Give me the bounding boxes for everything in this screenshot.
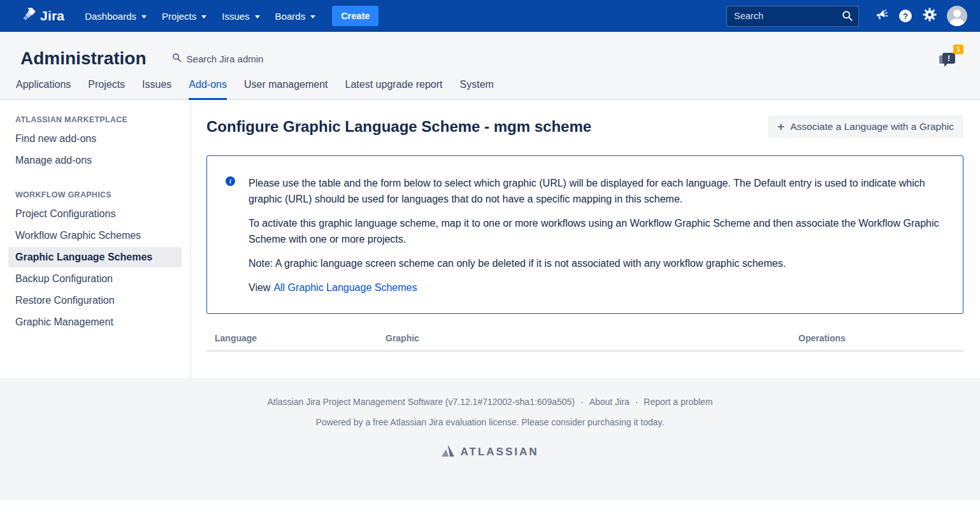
chevron-down-icon: [141, 15, 147, 18]
tab-applications[interactable]: Applications: [16, 79, 71, 99]
sidebar-item-manage-add-ons[interactable]: Manage add-ons: [15, 150, 191, 171]
title-row: Configure Graphic Language Scheme - mgm …: [206, 115, 963, 138]
column-graphic: Graphic: [377, 333, 790, 343]
nav-projects[interactable]: Projects: [154, 0, 214, 32]
footer-separator: ·: [580, 397, 584, 407]
chevron-down-icon: [201, 15, 206, 18]
tab-issues[interactable]: Issues: [142, 79, 171, 99]
scheme-table-header: Language Graphic Operations: [206, 325, 963, 352]
search-icon: [172, 53, 182, 64]
info-paragraph-2: To activate this graphic language scheme…: [249, 216, 945, 248]
sidebar-section-marketplace: ATLASSIAN MARKETPLACE: [15, 115, 191, 124]
admin-search[interactable]: Search Jira admin: [172, 53, 264, 64]
jira-logo-icon: [19, 6, 36, 25]
help-button[interactable]: ?: [893, 0, 918, 32]
nav-issues-label: Issues: [222, 11, 249, 22]
main-panel: Configure Graphic Language Scheme - mgm …: [191, 100, 980, 378]
admin-sidebar: ATLASSIAN MARKETPLACE Find new add-ons M…: [0, 100, 191, 378]
plus-icon: +: [777, 122, 784, 131]
sidebar-item-workflow-graphic-schemes[interactable]: Workflow Graphic Schemes: [15, 225, 191, 246]
column-language: Language: [206, 333, 377, 343]
exclamation-glyph: !: [948, 54, 950, 63]
sidebar-item-find-new-add-ons[interactable]: Find new add-ons: [15, 128, 191, 150]
tab-system[interactable]: System: [460, 79, 494, 99]
page-title: Administration: [20, 48, 147, 69]
content-area: ATLASSIAN MARKETPLACE Find new add-ons M…: [0, 100, 980, 378]
report-problem-link[interactable]: Report a problem: [644, 397, 712, 407]
info-icon: i: [226, 176, 235, 186]
tab-user-management[interactable]: User management: [244, 79, 328, 99]
create-button[interactable]: Create: [332, 6, 378, 26]
sidebar-item-graphic-management[interactable]: Graphic Management: [15, 311, 191, 333]
atlassian-logo-icon: [441, 444, 455, 459]
search-input[interactable]: [726, 6, 859, 27]
top-navbar: Jira Dashboards Projects Issues Boards C…: [0, 0, 980, 32]
feedback-bubble-icon: !: [942, 53, 955, 64]
atlassian-logo[interactable]: ATLASSIAN: [0, 444, 980, 459]
nav-boards[interactable]: Boards: [268, 0, 324, 32]
feedback-button[interactable]: ! 1: [939, 50, 961, 68]
jira-logo[interactable]: Jira: [19, 6, 64, 25]
info-message: i Please use the table and the form belo…: [206, 155, 963, 314]
search-icon[interactable]: [842, 10, 853, 24]
admin-search-label: Search Jira admin: [187, 53, 264, 64]
nav-issues[interactable]: Issues: [214, 0, 267, 32]
chevron-down-icon: [310, 15, 315, 18]
person-icon: [947, 6, 967, 26]
footer-license-text: Powered by a free Atlassian Jira evaluat…: [0, 417, 980, 427]
gear-icon: [923, 8, 937, 24]
sidebar-item-restore-configuration[interactable]: Restore Configuration: [15, 290, 191, 311]
all-graphic-language-schemes-link[interactable]: All Graphic Language Schemes: [273, 282, 417, 293]
chevron-down-icon: [255, 15, 260, 18]
jira-logo-text: Jira: [40, 8, 64, 24]
nav-dashboards-label: Dashboards: [85, 11, 136, 22]
nav-projects-label: Projects: [162, 11, 196, 22]
tab-add-ons[interactable]: Add-ons: [189, 79, 227, 99]
associate-language-button[interactable]: + Associate a Language with a Graphic: [768, 115, 963, 138]
view-prefix: View: [249, 282, 270, 293]
info-paragraph-3: Note: A graphic language screen scheme c…: [249, 256, 945, 272]
help-icon: ?: [899, 10, 912, 22]
user-avatar[interactable]: [947, 6, 967, 26]
notification-badge: 1: [953, 45, 963, 54]
atlassian-logo-text: ATLASSIAN: [460, 446, 538, 459]
info-paragraph-view: ViewAll Graphic Language Schemes: [249, 280, 945, 296]
megaphone-icon: [874, 8, 888, 24]
sidebar-item-backup-configuration[interactable]: Backup Configuration: [15, 268, 191, 290]
footer-line-1: Atlassian Jira Project Management Softwa…: [0, 397, 980, 407]
admin-tabs: Applications Projects Issues Add-ons Use…: [0, 79, 980, 99]
admin-settings-button[interactable]: [918, 0, 942, 32]
scheme-title: Configure Graphic Language Scheme - mgm …: [206, 118, 591, 136]
about-jira-link[interactable]: About Jira: [589, 397, 630, 407]
announcements-button[interactable]: [869, 0, 893, 32]
nav-boards-label: Boards: [275, 11, 306, 22]
navbar-right: ?: [726, 0, 971, 32]
footer-version-text: Atlassian Jira Project Management Softwa…: [267, 397, 575, 407]
info-paragraph-1: Please use the table and the form below …: [249, 176, 945, 208]
navbar-search: [726, 6, 859, 27]
column-operations: Operations: [790, 333, 963, 343]
sidebar-item-project-configurations[interactable]: Project Configurations: [15, 203, 191, 225]
sidebar-section-workflow-graphics: WORKFLOW GRAPHICS: [15, 190, 191, 199]
nav-dashboards[interactable]: Dashboards: [77, 0, 154, 32]
admin-header: Administration Search Jira admin ! 1: [0, 32, 980, 79]
associate-button-label: Associate a Language with a Graphic: [790, 121, 954, 132]
page-footer: Atlassian Jira Project Management Softwa…: [0, 378, 980, 500]
admin-band: Administration Search Jira admin ! 1 App…: [0, 32, 980, 100]
footer-separator: ·: [635, 397, 638, 407]
sidebar-item-graphic-language-schemes[interactable]: Graphic Language Schemes: [8, 247, 182, 267]
tab-latest-upgrade-report[interactable]: Latest upgrade report: [345, 79, 443, 99]
tab-projects[interactable]: Projects: [88, 79, 125, 99]
